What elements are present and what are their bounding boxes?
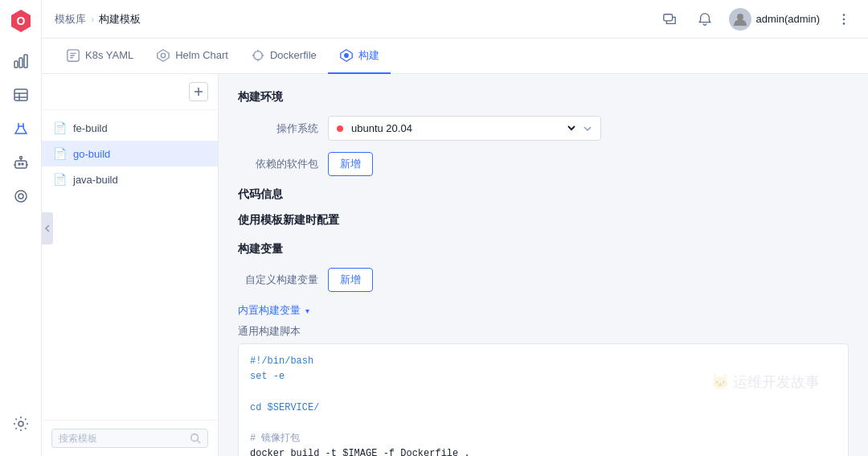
build-vars-title: 构建变量 bbox=[238, 242, 849, 257]
sidebar-icon-table[interactable] bbox=[6, 80, 35, 109]
script-title: 通用构建脚本 bbox=[238, 324, 849, 339]
custom-vars-row: 自定义构建变量 新增 bbox=[238, 268, 849, 292]
sidebar-icon-gear[interactable] bbox=[6, 409, 35, 438]
add-custom-var-btn[interactable]: 新增 bbox=[328, 268, 373, 292]
tabs-bar: K8s YAML Helm Chart Dockerfile 构建 bbox=[42, 39, 868, 74]
left-panel: 📄 fe-build 📄 go-build 📄 java-build bbox=[42, 74, 219, 456]
code-line-2: set -e bbox=[250, 369, 837, 384]
code-editor[interactable]: #!/bin/bash set -e cd $SERVICE/ # 镜像打包 d… bbox=[238, 343, 849, 456]
app-logo: O bbox=[8, 8, 34, 34]
code-line-4: cd $SERVICE/ bbox=[250, 401, 837, 416]
user-info[interactable]: admin(admin) bbox=[729, 8, 820, 31]
tab-dockerfile-label: Dockerfile bbox=[270, 49, 317, 61]
code-info-title: 代码信息 bbox=[238, 187, 849, 202]
custom-vars-label: 自定义构建变量 bbox=[238, 273, 318, 287]
code-line-5 bbox=[250, 416, 837, 431]
sidebar-icon-robot[interactable] bbox=[6, 148, 35, 177]
template-list: 📄 fe-build 📄 go-build 📄 java-build bbox=[42, 110, 218, 420]
search-wrap bbox=[51, 429, 208, 448]
code-line-1: #!/bin/bash bbox=[250, 354, 837, 369]
avatar bbox=[729, 8, 751, 31]
tab-build-label: 构建 bbox=[358, 48, 379, 63]
tab-dockerfile[interactable]: Dockerfile bbox=[240, 39, 328, 74]
template-name-fe: fe-build bbox=[73, 122, 108, 134]
os-row: 操作系统 ubuntu 20.04 bbox=[238, 116, 849, 141]
svg-point-18 bbox=[18, 421, 23, 426]
svg-rect-19 bbox=[663, 14, 672, 20]
left-panel-header bbox=[42, 74, 218, 110]
builtin-vars-label: 内置构建变量 bbox=[238, 303, 301, 318]
sidebar-icon-flask[interactable] bbox=[6, 114, 35, 143]
template-item-java[interactable]: 📄 java-build bbox=[42, 166, 218, 192]
tab-helm-label: Helm Chart bbox=[175, 49, 228, 61]
build-tab-icon bbox=[339, 48, 354, 63]
content-wrap: K8s YAML Helm Chart Dockerfile 构建 bbox=[42, 39, 868, 456]
os-dropdown[interactable]: ubuntu 20.04 bbox=[348, 121, 578, 135]
chevron-down-icon bbox=[583, 124, 592, 134]
tab-helm-chart[interactable]: Helm Chart bbox=[145, 39, 240, 74]
os-status-dot bbox=[337, 125, 343, 132]
tab-k8s-yaml[interactable]: K8s YAML bbox=[55, 39, 145, 74]
share-icon[interactable] bbox=[658, 8, 681, 31]
breadcrumb: 模板库 › 构建模板 bbox=[55, 12, 141, 27]
breadcrumb-sep: › bbox=[91, 13, 94, 25]
topbar-right: admin(admin) bbox=[658, 8, 855, 31]
code-line-6: # 镜像打包 bbox=[250, 431, 837, 446]
svg-point-21 bbox=[843, 14, 845, 16]
builtin-vars-toggle[interactable]: 内置构建变量 ▾ bbox=[238, 303, 309, 318]
sidebar-icon-chart[interactable] bbox=[6, 47, 35, 76]
template-item-go[interactable]: 📄 go-build bbox=[42, 141, 218, 166]
svg-rect-4 bbox=[24, 55, 27, 68]
sidebar-collapse-btn[interactable] bbox=[42, 212, 53, 244]
svg-rect-12 bbox=[22, 163, 23, 165]
os-select[interactable]: ubuntu 20.04 bbox=[328, 116, 601, 141]
tab-k8s-label: K8s YAML bbox=[85, 49, 133, 61]
breadcrumb-home[interactable]: 模板库 bbox=[55, 12, 86, 27]
code-line-7: docker build -t $IMAGE -f Dockerfile . bbox=[250, 446, 837, 456]
os-label: 操作系统 bbox=[238, 121, 318, 136]
k8s-tab-icon bbox=[66, 48, 80, 63]
sidebar: O bbox=[0, 0, 42, 456]
username-label: admin(admin) bbox=[756, 13, 820, 25]
svg-rect-11 bbox=[18, 163, 20, 165]
template-item-fe[interactable]: 📄 fe-build bbox=[42, 115, 218, 141]
sidebar-icon-donut[interactable] bbox=[6, 182, 35, 211]
svg-rect-5 bbox=[14, 89, 27, 101]
search-input[interactable] bbox=[59, 433, 185, 444]
more-icon[interactable] bbox=[833, 8, 855, 31]
add-deps-btn[interactable]: 新增 bbox=[328, 152, 373, 176]
search-icon bbox=[190, 433, 201, 444]
template-name-java: java-build bbox=[73, 174, 118, 186]
topbar: 模板库 › 构建模板 admin(admin) bbox=[42, 0, 868, 39]
dockerfile-tab-icon bbox=[251, 48, 265, 63]
left-panel-footer bbox=[42, 420, 218, 456]
main-area: 模板库 › 构建模板 admin(admin) bbox=[42, 0, 868, 456]
os-select-wrap: ubuntu 20.04 bbox=[328, 116, 601, 141]
deps-label: 依赖的软件包 bbox=[238, 157, 318, 171]
svg-rect-3 bbox=[19, 58, 23, 68]
bell-icon[interactable] bbox=[694, 8, 716, 31]
svg-marker-25 bbox=[158, 49, 169, 60]
file-icon: 📄 bbox=[53, 173, 67, 186]
svg-text:O: O bbox=[16, 14, 25, 27]
svg-point-13 bbox=[19, 157, 22, 159]
svg-point-28 bbox=[345, 53, 349, 57]
chevron-down-icon: ▾ bbox=[305, 306, 309, 315]
svg-point-31 bbox=[191, 434, 199, 442]
helm-tab-icon bbox=[156, 48, 170, 63]
svg-rect-10 bbox=[15, 161, 27, 168]
svg-point-23 bbox=[843, 23, 845, 25]
template-name-go: go-build bbox=[73, 148, 110, 160]
svg-point-22 bbox=[843, 18, 845, 20]
svg-point-20 bbox=[737, 14, 743, 20]
script-section: 通用构建脚本 #!/bin/bash set -e cd $SERVICE/ #… bbox=[238, 324, 849, 456]
file-icon: 📄 bbox=[53, 121, 67, 134]
tab-build[interactable]: 构建 bbox=[328, 39, 391, 74]
content-body: 📄 fe-build 📄 go-build 📄 java-build bbox=[42, 74, 868, 456]
svg-point-16 bbox=[15, 191, 27, 202]
add-template-btn[interactable] bbox=[189, 82, 208, 101]
code-line-3 bbox=[250, 384, 837, 400]
svg-rect-2 bbox=[14, 61, 18, 68]
file-icon: 📄 bbox=[53, 147, 67, 160]
svg-point-17 bbox=[18, 194, 23, 199]
